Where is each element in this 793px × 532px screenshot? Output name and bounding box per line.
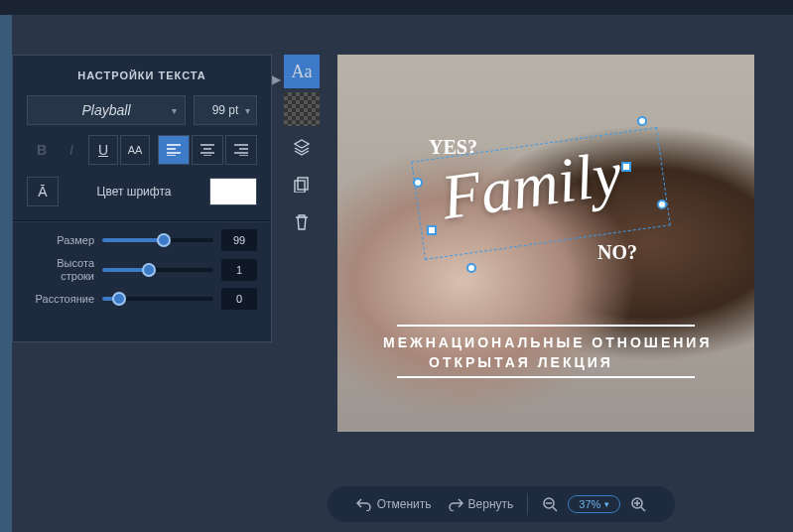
canvas-background-image	[337, 55, 754, 432]
bottom-toolbar: Отменить Вернуть 37% ▾	[328, 486, 675, 522]
text-settings-panel: НАСТРОЙКИ ТЕКСТА Playball ▾ 99 pt ▾ B I …	[12, 55, 272, 342]
left-rail	[0, 15, 12, 532]
collapse-panel-button[interactable]: ▶	[272, 72, 281, 86]
chevron-down-icon: ▾	[604, 499, 609, 509]
chevron-down-icon: ▾	[172, 105, 177, 116]
spacing-slider-label: Расстояние	[27, 293, 94, 306]
undo-label: Отменить	[377, 497, 432, 511]
layers-icon	[293, 138, 311, 156]
zoom-in-icon	[630, 496, 646, 512]
align-left-button[interactable]	[158, 135, 190, 165]
zoom-level-select[interactable]: 37% ▾	[568, 495, 620, 513]
font-size-value: 99 pt	[212, 103, 239, 117]
size-slider-label: Размер	[27, 234, 94, 247]
canvas[interactable]: YES? Family NO? МЕЖНАЦИОНАЛЬНЫЕ ОТНОШЕНИ…	[337, 55, 754, 432]
divider	[13, 220, 271, 222]
redo-button[interactable]: Вернуть	[442, 497, 520, 511]
uppercase-button[interactable]: AA	[120, 135, 150, 165]
zoom-in-button[interactable]	[624, 496, 652, 512]
text-tool-button[interactable]: Aa	[284, 55, 320, 88]
redo-icon	[448, 497, 463, 511]
canvas-text-no[interactable]: NO?	[597, 241, 637, 264]
font-family-select[interactable]: Playball ▾	[27, 95, 186, 125]
size-slider[interactable]	[102, 231, 213, 249]
line-height-slider-label: Высота строки	[27, 257, 94, 282]
canvas-text-sub1[interactable]: МЕЖНАЦИОНАЛЬНЫЕ ОТНОШЕНИЯ	[383, 334, 712, 350]
size-slider-value[interactable]: 99	[221, 229, 257, 251]
align-center-icon	[200, 144, 214, 156]
selection-handle[interactable]	[657, 200, 667, 209]
align-center-button[interactable]	[192, 135, 223, 165]
delete-tool-button[interactable]	[284, 205, 320, 239]
font-color-swatch[interactable]	[209, 178, 257, 205]
chevron-down-icon: ▾	[245, 105, 250, 116]
selection-handle[interactable]	[466, 263, 476, 273]
align-right-button[interactable]	[225, 135, 257, 165]
bold-button[interactable]: B	[27, 135, 57, 165]
spacing-slider-value[interactable]: 0	[221, 288, 257, 310]
selection-handle[interactable]	[413, 178, 423, 188]
redo-label: Вернуть	[468, 497, 514, 511]
zoom-out-icon	[542, 496, 558, 512]
text-case-button[interactable]: Ā	[27, 177, 59, 206]
zoom-out-button[interactable]	[536, 496, 564, 512]
transparency-tool-button[interactable]	[284, 92, 320, 126]
copy-icon	[294, 177, 310, 193]
selection-handle[interactable]	[621, 162, 631, 172]
undo-icon	[356, 497, 372, 511]
trash-icon	[295, 214, 309, 230]
align-left-icon	[167, 144, 181, 156]
spacing-slider[interactable]	[102, 290, 213, 308]
selection-handle[interactable]	[637, 116, 647, 126]
selection-handle[interactable]	[427, 225, 437, 235]
font-size-select[interactable]: 99 pt ▾	[194, 95, 257, 125]
line-height-slider[interactable]	[102, 261, 213, 279]
svg-rect-1	[295, 181, 305, 193]
canvas-divider-line	[397, 325, 695, 327]
italic-button[interactable]: I	[57, 135, 86, 165]
underline-button[interactable]: U	[88, 135, 118, 165]
zoom-value: 37%	[579, 498, 600, 510]
layers-tool-button[interactable]	[284, 130, 320, 164]
top-bar	[0, 0, 793, 15]
tool-strip: Aa	[284, 55, 320, 239]
font-family-value: Playball	[81, 102, 130, 118]
panel-title: НАСТРОЙКИ ТЕКСТА	[13, 56, 271, 91]
undo-button[interactable]: Отменить	[350, 497, 438, 511]
duplicate-tool-button[interactable]	[284, 168, 320, 201]
separator	[527, 493, 528, 515]
line-height-slider-value[interactable]: 1	[221, 259, 257, 281]
align-right-icon	[234, 144, 248, 156]
canvas-text-sub2[interactable]: ОТКРЫТАЯ ЛЕКЦИЯ	[429, 354, 613, 370]
svg-rect-0	[298, 178, 308, 190]
font-color-label: Цвет шрифта	[66, 185, 201, 199]
canvas-divider-line	[397, 376, 695, 378]
